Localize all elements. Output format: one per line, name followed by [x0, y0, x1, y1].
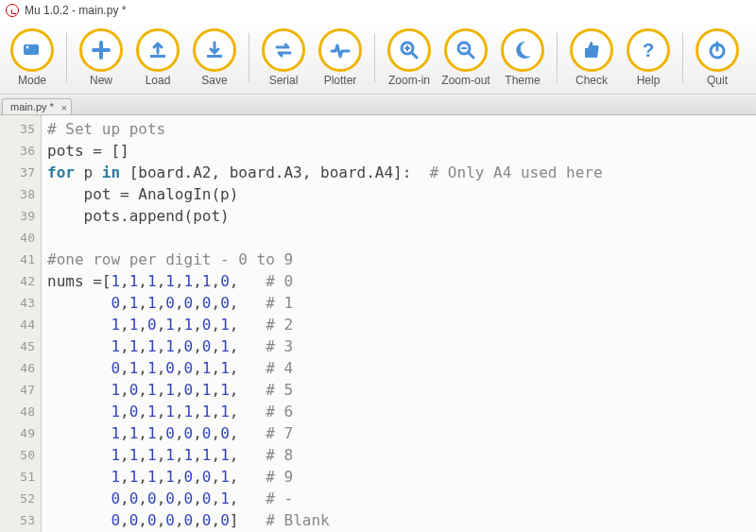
toolbar-separator — [249, 33, 249, 82]
theme-button[interactable]: Theme — [494, 24, 551, 92]
toolbar-separator — [374, 33, 375, 82]
toolbar-separator — [682, 33, 683, 82]
save-button[interactable]: Save — [186, 24, 243, 92]
tab-close-icon[interactable]: × — [60, 102, 66, 113]
serial-button[interactable]: Serial — [255, 24, 312, 92]
check-label: Check — [576, 74, 608, 87]
file-tab[interactable]: main.py * × — [2, 98, 72, 114]
serial-label: Serial — [269, 74, 299, 87]
toolbar-separator — [557, 33, 558, 82]
arrows-icon — [262, 28, 305, 72]
zoom-out-button[interactable]: Zoom-out — [438, 24, 494, 92]
plotter-button[interactable]: Plotter — [312, 24, 369, 92]
thumbs-up-icon — [570, 28, 613, 72]
moon-icon — [501, 28, 544, 72]
svg-rect-3 — [207, 55, 222, 58]
code-editor[interactable]: 35363738394041424344454647484950515253 #… — [0, 115, 756, 532]
toolbar: Mode New Load Save Serial Plotter — [0, 21, 756, 94]
download-icon — [193, 28, 236, 72]
new-button[interactable]: New — [73, 24, 129, 92]
help-icon: ? — [627, 28, 670, 72]
mode-button[interactable]: Mode — [4, 24, 60, 92]
plotter-label: Plotter — [324, 74, 357, 87]
tab-label: main.py * — [10, 101, 54, 112]
mode-icon — [10, 28, 54, 72]
app-logo-icon — [6, 4, 19, 17]
upload-icon — [136, 28, 180, 72]
titlebar: Mu 1.0.2 - main.py * — [0, 0, 756, 21]
line-gutter: 35363738394041424344454647484950515253 — [0, 115, 42, 532]
toolbar-separator — [66, 33, 67, 82]
check-button[interactable]: Check — [563, 24, 620, 92]
pulse-icon — [318, 28, 362, 72]
svg-point-1 — [26, 45, 29, 48]
load-label: Load — [146, 74, 171, 87]
svg-rect-0 — [24, 44, 39, 55]
help-button[interactable]: ? Help — [620, 24, 677, 92]
zoom-in-icon — [387, 28, 431, 72]
zoom-out-label: Zoom-out — [441, 74, 490, 87]
zoom-in-button[interactable]: Zoom-in — [381, 24, 438, 92]
help-label: Help — [637, 74, 661, 87]
quit-button[interactable]: Quit — [689, 24, 746, 92]
plus-icon — [79, 28, 123, 72]
svg-rect-2 — [150, 55, 165, 58]
theme-label: Theme — [505, 74, 540, 87]
zoom-out-icon — [444, 28, 488, 72]
window-title: Mu 1.0.2 - main.py * — [25, 4, 126, 17]
load-button[interactable]: Load — [129, 24, 186, 92]
new-label: New — [90, 74, 112, 87]
code-area[interactable]: # Set up potspots = []for p in [board.A2… — [42, 115, 603, 532]
zoom-in-label: Zoom-in — [388, 74, 430, 87]
power-icon — [696, 28, 739, 72]
svg-text:?: ? — [643, 40, 654, 60]
tab-bar: main.py * × — [0, 94, 756, 115]
quit-label: Quit — [707, 74, 728, 87]
save-label: Save — [201, 74, 227, 87]
mode-label: Mode — [18, 74, 46, 87]
